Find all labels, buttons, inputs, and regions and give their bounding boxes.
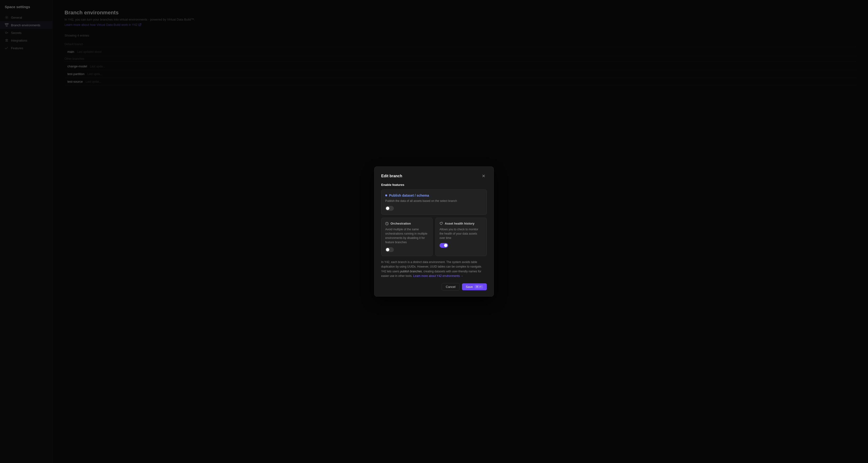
heart-icon xyxy=(439,222,443,225)
enable-features-label: Enable features xyxy=(381,183,487,187)
edit-branch-dialog: Edit branch ✕ Enable features Publish da… xyxy=(374,167,494,296)
publish-card-desc: Publish the data of all assets based on … xyxy=(385,199,483,203)
close-button[interactable]: ✕ xyxy=(480,173,487,179)
orchestration-card: Orchestration Avoid multiple of the same… xyxy=(381,218,433,256)
info-text: In Y42, each branch is a distinct data e… xyxy=(381,260,487,278)
feature-cards-row: Orchestration Avoid multiple of the same… xyxy=(381,218,487,256)
info-text-italic: publish branches xyxy=(400,270,422,273)
asset-health-card-desc: Allows you to check to monitor the healt… xyxy=(439,227,483,240)
dialog-title: Edit branch xyxy=(381,174,402,178)
asset-health-card: Asset health history Allows you to check… xyxy=(435,218,487,256)
cancel-button[interactable]: Cancel xyxy=(442,283,459,291)
orchestration-toggle[interactable] xyxy=(385,247,394,252)
asset-health-toggle[interactable] xyxy=(439,243,448,248)
clock-icon xyxy=(385,222,389,225)
publish-toggle-knob xyxy=(386,207,389,210)
asset-health-card-title: Asset health history xyxy=(439,222,483,225)
orchestration-card-title: Orchestration xyxy=(385,222,429,225)
publish-dot-icon xyxy=(385,195,387,196)
orchestration-toggle-knob xyxy=(386,248,389,251)
dialog-overlay: Edit branch ✕ Enable features Publish da… xyxy=(0,0,868,463)
publish-card-title: Publish dataset / schema xyxy=(385,194,483,197)
save-kbd: ⌘ ↵ xyxy=(475,285,483,289)
asset-health-toggle-knob xyxy=(444,244,447,247)
learn-more-environments-link[interactable]: Learn more about Y42 environments → xyxy=(413,274,463,277)
dialog-header: Edit branch ✕ xyxy=(381,173,487,179)
publish-dataset-card: Publish dataset / schema Publish the dat… xyxy=(381,190,487,215)
dialog-footer: Cancel Save ⌘ ↵ xyxy=(381,283,487,291)
publish-toggle[interactable] xyxy=(385,206,394,211)
save-button[interactable]: Save ⌘ ↵ xyxy=(462,283,487,290)
orchestration-card-desc: Avoid multiple of the same orchestration… xyxy=(385,227,429,244)
